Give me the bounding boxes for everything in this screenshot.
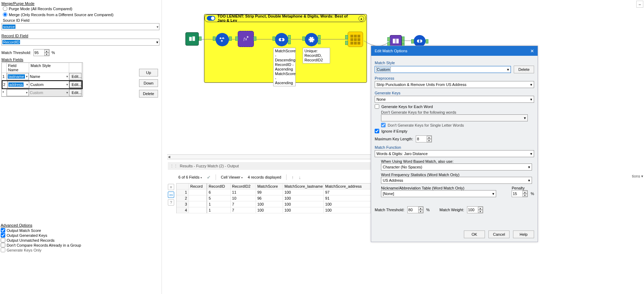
cutoff-text[interactable]: tions ▾	[632, 174, 643, 179]
svg-point-11	[281, 39, 283, 41]
match-row[interactable]: 1 lastname▾ Name▾ Edit...	[2, 73, 83, 80]
horizontal-splitter[interactable]: ◀	[167, 154, 371, 159]
unique-tool-caption: Unique: RecordID, RecordID2	[303, 48, 330, 64]
max-key-length-spinner[interactable]: ▴▾	[416, 135, 432, 142]
svg-text:✦: ✦	[246, 35, 249, 39]
svg-point-24	[419, 40, 421, 42]
chk-output-unmatched[interactable]: Output Unmatched Records	[1, 238, 155, 242]
results-toolbar: 6 of 6 Fields ▾ ✔ Cell Viewer ▾ 4 record…	[168, 173, 372, 181]
record-id-tool-icon[interactable]: 123	[216, 33, 229, 46]
down-button[interactable]: Down	[139, 79, 158, 87]
match-row[interactable]: * ▾ Custom▾ Edit...	[2, 89, 83, 96]
chevron-down-icon: ▾	[156, 40, 158, 45]
chevron-down-icon: ▾	[66, 91, 68, 94]
join-tool-icon[interactable]	[390, 35, 402, 47]
exclude-words-input[interactable]: ▾	[381, 114, 528, 121]
nav-down-icon[interactable]: ↓	[298, 175, 301, 180]
vertical-splitter[interactable]	[162, 0, 169, 294]
chevron-down-icon: ▾	[528, 178, 530, 183]
close-icon[interactable]: ✕	[530, 48, 534, 54]
chevron-down-icon: ▾	[26, 83, 28, 86]
results-title-bar: ⋮⋮ Results - Fuzzy Match (2) - Output	[168, 162, 372, 170]
minimize-icon[interactable]: –	[636, 1, 643, 8]
merge-mode-radio[interactable]: Merge (Only Records from a Different Sou…	[3, 12, 160, 17]
edit-button[interactable]: Edit...	[69, 81, 81, 88]
spin-down-icon[interactable]: ▾	[44, 53, 49, 56]
view-list-icon[interactable]: ≡	[168, 184, 174, 190]
match-function-select[interactable]: Words & Digits: Jaro Distance▾	[375, 150, 534, 157]
chk-output-generated-keys[interactable]: Output Generated Keys	[1, 233, 155, 238]
chevron-down-icon: ▾	[66, 83, 68, 86]
chk-output-match-score[interactable]: Output Match Score	[1, 228, 155, 233]
dlg-threshold-spinner[interactable]: ▴▾	[407, 206, 423, 213]
config-panel: Merge/Purge Mode Purge Mode (All Records…	[0, 0, 162, 253]
spin-up-icon[interactable]: ▴	[44, 49, 49, 53]
source-id-label: Source ID Field	[3, 18, 160, 22]
view-help-icon[interactable]: ?	[168, 199, 174, 206]
table-row[interactable]: 25109610091	[177, 195, 371, 201]
macro-header[interactable]: TOO LENIENT: Strip Punct, Double Metapho…	[204, 14, 366, 22]
chevron-down-icon: ▾	[530, 82, 532, 87]
delete-style-button[interactable]: Delete	[514, 66, 534, 73]
table-row[interactable]: 417100100100	[177, 207, 371, 213]
chevron-down-icon: ▾	[530, 97, 532, 102]
cancel-button[interactable]: Cancel	[488, 230, 510, 238]
fuzzy-match-tool-icon[interactable]	[414, 35, 426, 47]
merge-purge-label: Merge/Purge Mode	[1, 1, 160, 6]
table-row[interactable]: 16119910097	[177, 189, 371, 195]
dlg-weight-spinner[interactable]: ▴▾	[467, 206, 483, 213]
cell-viewer-selector[interactable]: Cell Viewer ▾	[221, 175, 243, 179]
svg-point-14	[313, 38, 314, 39]
dialog-titlebar[interactable]: Edit Match Options ✕	[371, 46, 538, 56]
macro-toggle-icon[interactable]	[207, 16, 215, 21]
match-fields-label: Match Fields	[1, 58, 160, 62]
check-icon[interactable]: ✔	[207, 175, 211, 180]
match-style-select[interactable]: Custom▾	[375, 66, 511, 73]
up-button[interactable]: Up	[139, 69, 158, 76]
match-threshold-label: Match Threshold:	[1, 51, 31, 55]
macro-input-tool-icon[interactable]	[185, 32, 199, 46]
nickname-select[interactable]: [None]▾	[381, 190, 496, 197]
results-grid[interactable]: Record RecordID RecordID2 MatchScore Mat…	[176, 183, 371, 213]
edit-match-options-dialog: Edit Match Options ✕ Match Style Custom▾…	[371, 46, 538, 242]
source-id-select[interactable]: source ▾	[1, 23, 159, 30]
chk-gen-each-word[interactable]: Generate Keys for Each Word	[375, 104, 534, 109]
chevron-down-icon: ▾	[66, 75, 68, 78]
fields-selector[interactable]: 6 of 6 Fields ▾	[178, 175, 202, 179]
chevron-down-icon: ▾	[26, 75, 28, 78]
nav-up-icon[interactable]: ↑	[291, 175, 294, 180]
chk-no-single-letter[interactable]: Don't Generate Keys for Single Letter Wo…	[381, 123, 534, 127]
chk-gen-keys-only[interactable]: Generate Keys Only	[1, 248, 155, 252]
chk-dont-compare[interactable]: Don't Compare Records Already in a Group	[1, 243, 155, 247]
purge-mode-radio[interactable]: Purge Mode (All Records Compared)	[3, 6, 160, 11]
penalty-spinner[interactable]: ▴▾	[512, 190, 528, 197]
edit-button[interactable]: Edit...	[69, 73, 81, 80]
delete-button[interactable]: Delete	[139, 90, 158, 98]
match-fields-table: Field Name Match Style 1 lastname▾ Name▾…	[1, 62, 83, 97]
chevron-down-icon: ▾	[241, 176, 243, 179]
table-row[interactable]: 317100100100	[177, 201, 371, 207]
generate-keys-select[interactable]: None▾	[375, 96, 534, 103]
match-threshold-spinner[interactable]: ▴▾	[33, 49, 50, 56]
chk-ignore-empty[interactable]: Ignore if Empty	[375, 129, 534, 133]
view-data-icon[interactable]: ▭	[168, 192, 174, 198]
sort-tool-caption: MatchScore - Descending RecordID - Ascen…	[273, 48, 296, 86]
match-row-selected[interactable]: 2 address▾ Custom▾ Edit...	[2, 80, 83, 89]
preprocess-select[interactable]: Strip Punctuation & Remove Units From US…	[375, 81, 534, 88]
help-button[interactable]: Help	[513, 230, 534, 238]
edit-button[interactable]: Edit...	[69, 89, 81, 96]
svg-point-16	[311, 42, 312, 43]
browse-tool-icon[interactable]	[348, 32, 363, 47]
word-based-select[interactable]: Character (No Spaces)▾	[381, 163, 532, 171]
word-freq-select[interactable]: US Address▾	[381, 177, 532, 184]
chevron-down-icon: ▾	[528, 165, 530, 169]
svg-point-17	[309, 40, 310, 41]
records-displayed: 4 records displayed	[248, 175, 281, 179]
chevron-down-icon: ▾	[157, 25, 158, 29]
formula-tool-icon[interactable]: ƒx✦	[238, 31, 254, 47]
fuzzy-match-tool-icon[interactable]	[275, 33, 288, 46]
unique-tool-icon[interactable]	[305, 33, 318, 46]
collapse-icon[interactable]: ▲	[359, 16, 364, 21]
record-id-select[interactable]: RecordID ▾	[1, 39, 159, 46]
ok-button[interactable]: OK	[464, 230, 485, 238]
